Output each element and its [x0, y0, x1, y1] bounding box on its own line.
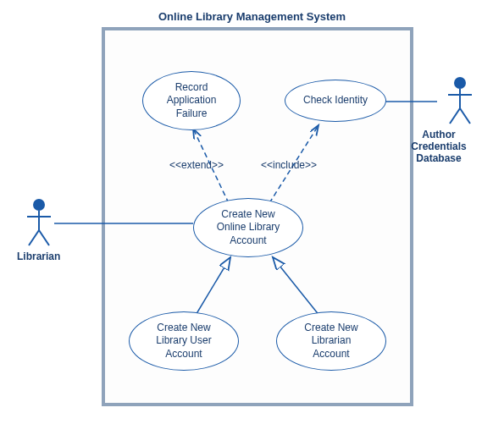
usecase-create-user-account: Create NewLibrary UserAccount	[129, 311, 239, 371]
actor-label: Author CredentialsDatabase	[396, 129, 481, 164]
usecase-label: RecordApplicationFailure	[167, 81, 217, 121]
include-label: <<include>>	[261, 159, 317, 171]
svg-line-3	[29, 230, 39, 245]
svg-line-4	[39, 230, 49, 245]
usecase-label: Create NewLibrary UserAccount	[156, 322, 211, 361]
actor-credentials-db: Author CredentialsDatabase	[422, 74, 498, 164]
svg-line-8	[450, 108, 460, 124]
usecase-create-librarian-account: Create NewLibrarianAccount	[276, 311, 386, 371]
usecase-label: Create NewLibrarianAccount	[304, 322, 357, 361]
usecase-label: Check Identity	[303, 94, 368, 107]
actor-icon	[22, 196, 56, 249]
usecase-record-failure: RecordApplicationFailure	[142, 71, 241, 130]
usecase-check-identity: Check Identity	[285, 80, 386, 122]
svg-line-9	[460, 108, 470, 124]
system-title: Online Library Management System	[158, 10, 346, 23]
actor-icon	[443, 74, 477, 127]
extend-label: <<extend>>	[169, 159, 224, 171]
usecase-label: Create NewOnline LibraryAccount	[217, 208, 280, 248]
usecase-create-account: Create NewOnline LibraryAccount	[193, 198, 303, 257]
use-case-diagram: Online Library Management System Record …	[0, 0, 504, 424]
svg-point-5	[454, 77, 466, 89]
actor-label: Librarian	[17, 251, 60, 262]
svg-point-0	[33, 199, 45, 211]
actor-librarian: Librarian	[17, 196, 60, 262]
